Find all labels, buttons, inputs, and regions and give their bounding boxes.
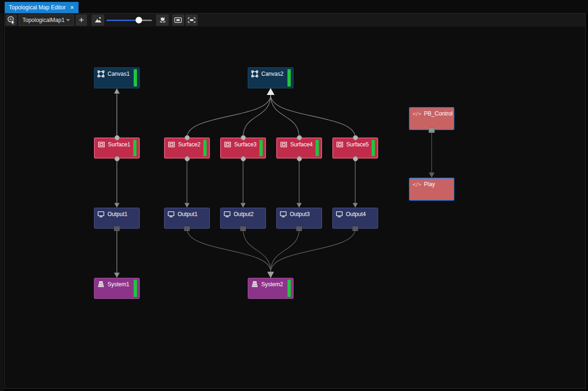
- node-output3[interactable]: Output3: [276, 208, 322, 229]
- graph-canvas[interactable]: Canvas1 Canvas2 Surface1 Surface2 Surfac…: [0, 0, 588, 391]
- node-label: Surface1: [108, 141, 130, 148]
- connector-surface1-top[interactable]: [115, 135, 120, 140]
- surface-frame-icon: [336, 141, 344, 148]
- connector-output4-bottom[interactable]: [352, 226, 358, 231]
- code-icon: </>: [413, 182, 421, 187]
- topological-map-editor-window: Topological Map Editor ✕ TopologicalMap1…: [0, 0, 588, 391]
- canvas-frame-icon: [97, 70, 105, 78]
- edge-output3-to-system2[interactable]: [271, 229, 299, 272]
- connector-surface5-top[interactable]: [353, 135, 358, 140]
- node-surface5[interactable]: Surface5: [332, 138, 378, 159]
- edge-output1b-to-system2[interactable]: [187, 229, 271, 272]
- code-icon: </>: [413, 111, 421, 116]
- status-stripe: [133, 140, 136, 156]
- monitor-icon: [223, 210, 231, 218]
- server-icon: [97, 281, 105, 288]
- node-label: Canvas1: [108, 71, 129, 77]
- status-stripe: [372, 140, 375, 156]
- node-surface4[interactable]: Surface4: [276, 138, 322, 159]
- arrow-output4-to-system2: [267, 272, 274, 278]
- connector-surface3-bottom[interactable]: [241, 156, 246, 161]
- node-label: Output1: [108, 211, 128, 217]
- node-label: Play: [424, 181, 435, 188]
- monitor-icon: [336, 210, 343, 218]
- edge-surface3-to-canvas2[interactable]: [243, 95, 271, 138]
- arrow-surface1-to-canvas1: [114, 88, 120, 94]
- arrow-surface2-to-output1b: [185, 203, 190, 208]
- node-label: System1: [108, 281, 129, 288]
- node-output4[interactable]: Output4: [332, 208, 378, 229]
- node-canvas2[interactable]: Canvas2: [248, 67, 294, 88]
- node-system2[interactable]: System2: [248, 278, 294, 299]
- connector-pb_control-bottom[interactable]: [429, 127, 435, 133]
- connector-surface2-bottom[interactable]: [185, 156, 190, 161]
- monitor-icon: [97, 210, 105, 218]
- node-output1a[interactable]: Output1: [94, 208, 140, 229]
- arrow-surface1-to-output1a: [115, 203, 120, 208]
- node-play[interactable]: </>Play: [409, 178, 454, 201]
- node-surface2[interactable]: Surface2: [164, 138, 210, 159]
- status-stripe: [259, 140, 263, 156]
- arrow-pb_control-to-play: [429, 173, 435, 178]
- edge-output4-to-system2[interactable]: [271, 229, 355, 272]
- connector-output2-bottom[interactable]: [240, 226, 246, 231]
- status-stripe: [287, 280, 291, 297]
- node-surface1[interactable]: Surface1: [94, 138, 140, 159]
- node-surface3[interactable]: Surface3: [220, 138, 266, 159]
- node-label: Output1: [178, 211, 198, 217]
- connector-surface2-top[interactable]: [185, 135, 190, 140]
- node-label: Output2: [234, 211, 254, 217]
- node-label: Surface3: [234, 141, 257, 148]
- connector-surface1-bottom[interactable]: [115, 156, 120, 161]
- node-output2[interactable]: Output2: [220, 208, 266, 229]
- server-icon: [251, 281, 258, 288]
- edge-surface2-to-canvas2[interactable]: [187, 95, 271, 138]
- connector-output1a-bottom[interactable]: [114, 226, 120, 231]
- edge-surface4-to-canvas2[interactable]: [271, 95, 299, 138]
- connector-surface4-bottom[interactable]: [297, 156, 302, 161]
- node-label: PB_Control: [424, 110, 452, 117]
- node-label: Surface2: [178, 141, 201, 148]
- status-stripe: [316, 140, 319, 156]
- surface-frame-icon: [224, 141, 231, 148]
- status-stripe: [287, 69, 291, 87]
- node-label: Surface4: [290, 141, 313, 148]
- node-label: Surface5: [346, 141, 369, 148]
- canvas-frame-icon: [251, 70, 258, 78]
- edge-output2-to-system2[interactable]: [243, 229, 271, 272]
- status-stripe: [134, 280, 137, 297]
- connector-output1b-bottom[interactable]: [184, 226, 190, 231]
- arrow-surface5-to-output4: [353, 203, 358, 208]
- arrow-surface3-to-output2: [241, 203, 246, 208]
- surface-frame-icon: [98, 141, 105, 148]
- node-label: Canvas2: [261, 71, 283, 77]
- connector-surface5-bottom[interactable]: [353, 156, 358, 161]
- connector-surface3-top[interactable]: [241, 135, 246, 140]
- surface-frame-icon: [280, 141, 287, 148]
- connector-output3-bottom[interactable]: [296, 226, 302, 231]
- connector-surface4-top[interactable]: [297, 135, 302, 140]
- edge-surface5-to-canvas2[interactable]: [271, 95, 355, 138]
- node-label: Output3: [290, 211, 310, 217]
- arrow-surface4-to-output3: [297, 203, 302, 208]
- surface-frame-icon: [168, 141, 175, 148]
- arrow-surface5-to-canvas2: [267, 88, 274, 95]
- node-pb_control[interactable]: </>PB_Control: [409, 107, 454, 130]
- arrow-output1a-to-system1: [114, 273, 120, 278]
- monitor-icon: [280, 210, 287, 218]
- node-output1b[interactable]: Output1: [164, 208, 210, 229]
- edges-layer: [0, 0, 588, 391]
- node-canvas1[interactable]: Canvas1: [94, 67, 140, 88]
- node-system1[interactable]: System1: [94, 278, 140, 299]
- monitor-icon: [167, 210, 175, 218]
- status-stripe: [203, 140, 207, 156]
- status-stripe: [134, 69, 137, 87]
- node-label: Output4: [346, 211, 366, 217]
- node-label: System2: [261, 281, 283, 288]
